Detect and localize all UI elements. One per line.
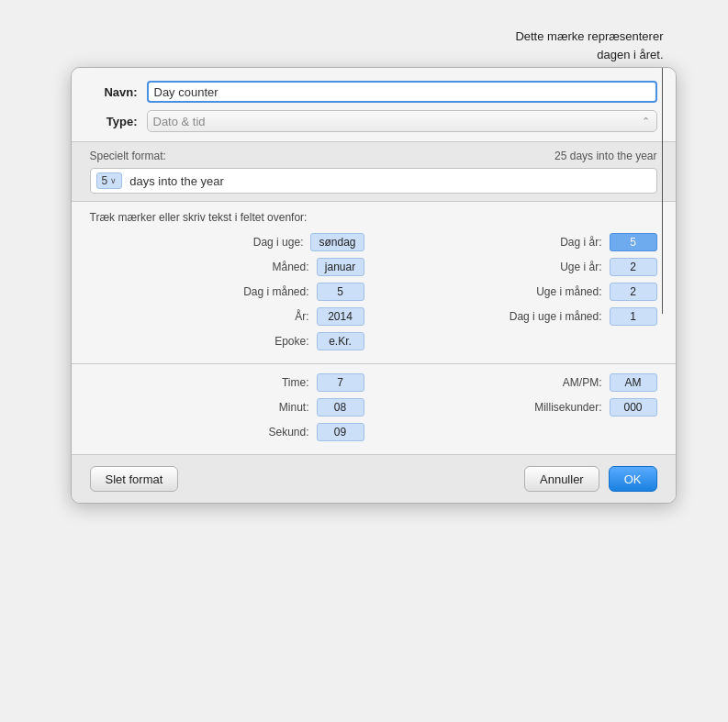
uge-i-maaned-row: Uge i måned: 2 bbox=[383, 283, 657, 301]
dag-i-uge-row: Dag i uge: søndag bbox=[90, 233, 364, 251]
dag-i-uge-i-maaned-label: Dag i uge i måned: bbox=[510, 310, 602, 323]
dag-i-uge-label: Dag i uge: bbox=[253, 236, 304, 249]
time-left-col: Time: 7 Minut: 08 Sekund: 09 bbox=[90, 373, 364, 441]
format-badge-arrow-icon: ∨ bbox=[110, 176, 117, 185]
callout-line bbox=[662, 67, 663, 314]
uge-i-aar-label: Uge i år: bbox=[560, 261, 601, 273]
format-badge-value: 5 bbox=[102, 174, 108, 187]
sekund-badge[interactable]: 09 bbox=[317, 423, 364, 441]
time-right-col: AM/PM: AM Millisekunder: 000 bbox=[383, 373, 657, 441]
ampm-label: AM/PM: bbox=[563, 376, 602, 389]
dag-i-maaned-row: Dag i måned: 5 bbox=[90, 283, 364, 301]
buttons-section: Slet format Annuller OK bbox=[72, 455, 676, 503]
dag-i-maaned-badge[interactable]: 5 bbox=[317, 283, 364, 301]
minut-badge[interactable]: 08 bbox=[317, 398, 364, 417]
millisekunder-badge[interactable]: 000 bbox=[610, 398, 657, 417]
format-badge[interactable]: 5 ∨ bbox=[96, 172, 123, 189]
ampm-row: AM/PM: AM bbox=[383, 373, 657, 392]
time-row: Time: 7 bbox=[90, 373, 364, 392]
ampm-badge[interactable]: AM bbox=[610, 373, 657, 392]
tooltip-text: Dette mærke repræsenterer dagen i året. bbox=[52, 28, 664, 63]
format-preview: 25 days into the year bbox=[554, 150, 656, 162]
dag-i-aar-row: Dag i år: 5 bbox=[383, 233, 657, 251]
type-select[interactable]: Dato & tid Tekst Tal bbox=[147, 110, 657, 132]
time-grid: Time: 7 Minut: 08 Sekund: 09 AM/PM: bbox=[90, 373, 657, 441]
type-select-wrapper[interactable]: Dato & tid Tekst Tal bbox=[147, 110, 657, 132]
maaned-row: Måned: januar bbox=[90, 258, 364, 276]
dag-i-maaned-label: Dag i måned: bbox=[243, 285, 308, 298]
sekund-row: Sekund: 09 bbox=[90, 423, 364, 441]
navn-row: Navn: bbox=[90, 81, 657, 103]
navn-label: Navn: bbox=[90, 85, 138, 99]
format-header: Specielt format: 25 days into the year bbox=[90, 150, 657, 162]
epoke-badge[interactable]: e.Kr. bbox=[317, 332, 364, 350]
time-label: Time: bbox=[282, 376, 309, 389]
minut-row: Minut: 08 bbox=[90, 398, 364, 417]
dialog: Navn: Type: Dato & tid Tekst Tal Speciel… bbox=[71, 67, 677, 504]
minut-label: Minut: bbox=[279, 401, 309, 414]
type-row: Type: Dato & tid Tekst Tal bbox=[90, 110, 657, 132]
millisekunder-row: Millisekunder: 000 bbox=[383, 398, 657, 417]
right-buttons: Annuller OK bbox=[524, 466, 657, 492]
top-section: Navn: Type: Dato & tid Tekst Tal bbox=[72, 68, 676, 142]
dag-i-uge-badge[interactable]: søndag bbox=[310, 233, 364, 251]
maaned-badge[interactable]: januar bbox=[317, 258, 364, 276]
dag-i-uge-i-maaned-badge[interactable]: 1 bbox=[610, 307, 657, 326]
cancel-button[interactable]: Annuller bbox=[524, 466, 599, 492]
aar-label: År: bbox=[295, 310, 308, 323]
time-section: Time: 7 Minut: 08 Sekund: 09 AM/PM: bbox=[72, 364, 676, 455]
uge-i-maaned-label: Uge i måned: bbox=[536, 285, 601, 298]
ok-button[interactable]: OK bbox=[609, 466, 657, 492]
dag-i-aar-label: Dag i år: bbox=[560, 236, 601, 249]
format-field: 5 ∨ days into the year bbox=[90, 168, 657, 194]
aar-badge[interactable]: 2014 bbox=[317, 307, 364, 326]
markers-section: Træk mærker eller skriv tekst i feltet o… bbox=[72, 202, 676, 364]
markers-left-col: Dag i uge: søndag Måned: januar Dag i må… bbox=[90, 233, 364, 350]
aar-row: År: 2014 bbox=[90, 307, 364, 326]
delete-format-button[interactable]: Slet format bbox=[90, 466, 179, 492]
uge-i-aar-row: Uge i år: 2 bbox=[383, 258, 657, 276]
format-badge-text: days into the year bbox=[129, 174, 224, 188]
time-badge[interactable]: 7 bbox=[317, 373, 364, 392]
sekund-label: Sekund: bbox=[268, 426, 308, 439]
type-label: Type: bbox=[90, 115, 138, 128]
maaned-label: Måned: bbox=[272, 261, 308, 273]
markers-title: Træk mærker eller skriv tekst i feltet o… bbox=[90, 211, 657, 224]
epoke-row: Epoke: e.Kr. bbox=[90, 332, 364, 350]
dag-i-uge-i-maaned-row: Dag i uge i måned: 1 bbox=[383, 307, 657, 326]
epoke-label: Epoke: bbox=[274, 335, 308, 348]
uge-i-maaned-badge[interactable]: 2 bbox=[610, 283, 657, 301]
format-section: Specielt format: 25 days into the year 5… bbox=[72, 142, 676, 202]
markers-grid: Dag i uge: søndag Måned: januar Dag i må… bbox=[90, 233, 657, 350]
millisekunder-label: Millisekunder: bbox=[534, 401, 601, 414]
dag-i-aar-badge[interactable]: 5 bbox=[610, 233, 657, 251]
navn-input[interactable] bbox=[147, 81, 657, 103]
markers-right-col: Dag i år: 5 Uge i år: 2 Uge i måned: 2 D… bbox=[383, 233, 657, 350]
uge-i-aar-badge[interactable]: 2 bbox=[610, 258, 657, 276]
special-format-label: Specielt format: bbox=[90, 150, 166, 162]
